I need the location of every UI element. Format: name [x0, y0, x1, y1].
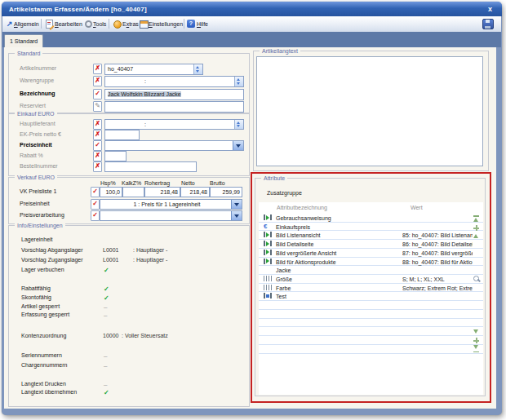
input-brutto[interactable]: 259,99 — [210, 187, 242, 197]
bearbeiten-icon — [46, 20, 54, 28]
group-standard-title: Standard — [15, 50, 42, 57]
attribute-value: 86: ho_40407: Bild Detailseit — [402, 241, 473, 248]
dropdown-preiseinheit-vk[interactable]: 1 : Preis für 1 Lagereinheit — [100, 199, 242, 210]
spinner-button[interactable] — [234, 120, 243, 129]
attribute-row[interactable]: GrößeS; M; L; XL; XXL — [259, 275, 483, 284]
price-col-rohertrag: Rohertrag — [144, 180, 170, 186]
attribute-name: Farbe — [276, 285, 291, 292]
attribute-row-empty[interactable] — [259, 327, 483, 336]
input-bezeichnung[interactable]: Jack Wolfskin Blizzard Jacke — [104, 89, 244, 100]
attribute-row[interactable]: Einkaufspreis — [259, 223, 483, 232]
attribute-row[interactable]: FarbeSchwarz; Extrem Rot; Extre — [259, 284, 483, 293]
group-info-title: Info/Einstellungen — [15, 222, 65, 229]
dash-mark — [104, 361, 107, 370]
info-value2: : Hauptlager - — [133, 247, 167, 253]
info-label: Kontenzuordnung — [21, 333, 66, 338]
column-attributbezeichnung: Attributbezeichnung — [277, 205, 327, 210]
input-ekpreis[interactable] — [104, 130, 140, 140]
mandatory-flag-icon — [93, 64, 102, 74]
info-row-kontenzuordnung: Kontenzuordnung10000: Voller Steuersatz — [9, 333, 249, 342]
input-artikelnummer[interactable]: ho_40407 — [104, 64, 203, 75]
attribute-row-empty[interactable] — [259, 336, 483, 345]
input-artikelnummer-value: ho_40407 — [105, 64, 202, 74]
dropdown-preisverarbeitung[interactable] — [100, 210, 242, 221]
mandatory-flag-icon — [93, 161, 102, 172]
menu-tools[interactable]: Tools — [93, 21, 106, 27]
input-bestellnummer[interactable] — [104, 161, 197, 172]
memo-field-icon — [264, 241, 272, 246]
save-icon[interactable] — [482, 19, 494, 29]
close-button[interactable]: x — [488, 5, 492, 13]
input-hsp-value: 100,0 — [100, 188, 122, 197]
dropdown-preiseinheit-ek[interactable] — [104, 140, 244, 151]
attribute-name: Bild Detailseite — [276, 241, 313, 248]
input-rabatt[interactable] — [104, 151, 126, 161]
menu-hilfe[interactable]: Hilfe — [197, 21, 208, 27]
input-rohertrag[interactable]: 218,48 — [144, 187, 180, 197]
attribute-name: Gebrauchsanweisung — [276, 214, 331, 222]
info-label: Vorschlag Zugangslager — [21, 257, 83, 263]
attribute-row[interactable]: Jacke — [259, 266, 483, 275]
attribute-value: 88: ho_40407: Bild für Aktio — [402, 259, 473, 266]
content: Standard Artikelnummer ho_40407 Warengru… — [4, 47, 496, 409]
input-bezeichnung-value: Jack Wolfskin Blizzard Jacke — [108, 91, 181, 97]
menu-bearbeiten[interactable]: Bearbeiten — [55, 21, 82, 27]
info-label: Skontofähig — [21, 294, 51, 300]
mandatory-flag-icon — [93, 151, 102, 161]
info-label: Artikel gesperrt — [21, 303, 60, 309]
attribute-row-empty[interactable] — [259, 319, 483, 328]
attribute-row[interactable]: Bild für Aktionsprodukte88: ho_40407: Bi… — [259, 258, 483, 267]
attribute-row[interactable]: Bild Detailseite86: ho_40407: Bild Detai… — [259, 240, 483, 249]
attribute-row[interactable]: Bild Listenansicht85: ho_40407: Bild Lis… — [259, 231, 483, 240]
titlebar[interactable]: Artikelstamm Erfassen/Ändern [ho_40407] … — [2, 2, 502, 16]
field-label-preisverarbeitung: Preisverarbeitung — [20, 210, 64, 220]
scroll-top-icon[interactable] — [473, 215, 480, 223]
add-row-icon[interactable] — [473, 224, 480, 232]
artikellangtext-textarea[interactable] — [256, 56, 483, 166]
currency-field-icon — [264, 223, 272, 229]
field-label-artikelnummer: Artikelnummer — [20, 64, 56, 73]
info-label: Rabattfähig — [21, 285, 51, 291]
menu-extras[interactable]: Extras — [122, 21, 139, 27]
add-row-icon[interactable] — [473, 337, 480, 344]
info-value2: : Hauptlager - — [133, 257, 167, 263]
menu-allgemein[interactable]: Allgemein — [14, 21, 39, 27]
menubar: ↗ Allgemein Bearbeiten Tools Extras Eins… — [2, 16, 501, 33]
attribute-row[interactable]: Gebrauchsanweisung — [259, 214, 483, 223]
attribute-name: Test — [276, 293, 286, 300]
check-mark — [104, 388, 109, 397]
input-netto[interactable]: 218,48 — [180, 187, 210, 197]
combo-field-icon — [264, 293, 272, 298]
scroll-bottom-icon[interactable] — [473, 345, 480, 352]
spinner-button[interactable] — [234, 77, 243, 86]
info-row-chargennummern: Chargennummern — [9, 362, 249, 371]
attribute-row-empty[interactable] — [259, 310, 483, 319]
tab-standard[interactable]: 1 Standard — [4, 34, 43, 47]
filled-flag-icon — [93, 89, 102, 99]
attribute-row-empty[interactable] — [259, 301, 483, 310]
attribute-name: Einkaufspreis — [276, 223, 310, 231]
menu-einstellungen[interactable]: Einstellungen — [149, 21, 183, 27]
hilfe-icon: ? — [187, 20, 195, 28]
attribute-row[interactable]: Bild vergrößerte Ansicht87: ho_40407: Bi… — [259, 249, 483, 258]
dropdown-button[interactable] — [231, 200, 242, 209]
input-reserviert[interactable] — [104, 101, 244, 113]
input-hauptlieferant[interactable]: : — [104, 119, 244, 130]
dropdown-button[interactable] — [231, 211, 242, 220]
magnifier-icon[interactable] — [473, 276, 479, 281]
info-label: Erfassung gesperrt — [21, 312, 69, 317]
input-warengruppe[interactable]: : — [104, 76, 244, 87]
attribute-name: Bild für Aktionsprodukte — [276, 259, 336, 266]
scroll-down-icon[interactable] — [473, 329, 480, 336]
memo-field-icon — [264, 214, 272, 220]
attribute-row[interactable]: Test — [259, 292, 483, 301]
dropdown-button[interactable] — [233, 141, 243, 150]
scroll-up-icon[interactable] — [473, 233, 480, 241]
attribute-table: Attributbezeichnung Wert Gebrauchsanweis… — [259, 202, 483, 395]
attribute-row-empty[interactable] — [259, 345, 483, 354]
attribute-value: 85: ho_40407: Bild Listenans — [402, 232, 473, 239]
info-row-erfassung-gesperrt: Erfassung gesperrt — [9, 312, 249, 321]
input-kalkz[interactable] — [122, 187, 144, 197]
input-hsp[interactable]: 100,0 — [100, 187, 122, 197]
spinner-button[interactable] — [193, 64, 202, 74]
